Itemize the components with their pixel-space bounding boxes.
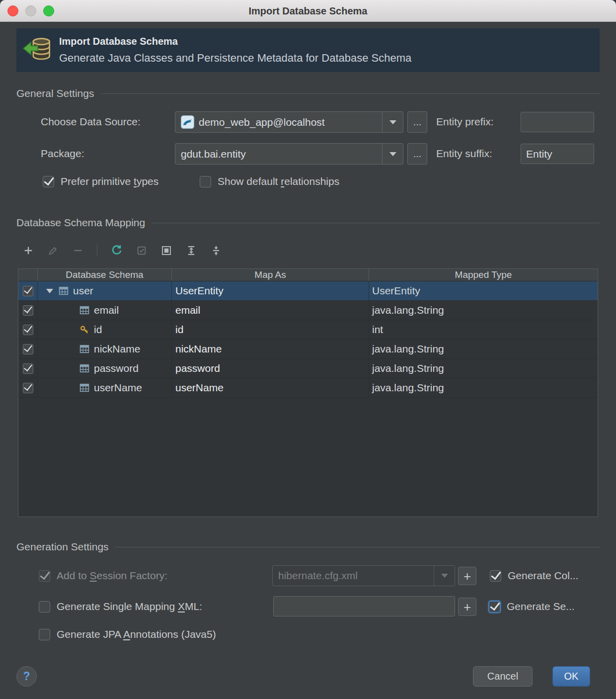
add-icon[interactable] bbox=[20, 242, 36, 259]
schema-name: userName bbox=[94, 382, 142, 394]
traffic-lights bbox=[7, 5, 54, 16]
dialog-banner: Import Database Schema Generate Java Cla… bbox=[16, 28, 600, 72]
data-source-value: demo_web_app@localhost bbox=[199, 116, 325, 128]
package-combobox[interactable]: gdut.bai.entity bbox=[175, 143, 403, 165]
row-select-checkbox[interactable] bbox=[18, 359, 38, 378]
map-as-cell[interactable]: userName bbox=[172, 378, 369, 397]
checkbox-box bbox=[489, 601, 500, 612]
row-select-checkbox[interactable] bbox=[18, 320, 38, 339]
map-as-value: nickName bbox=[172, 343, 222, 355]
schema-mapping-heading: Database Schema Mapping bbox=[16, 217, 145, 229]
data-source-browse-button[interactable]: ... bbox=[407, 111, 427, 133]
checkbox-column-header[interactable] bbox=[18, 269, 38, 281]
add-mapping-xml-button[interactable]: + bbox=[458, 598, 476, 616]
map-as-value: password bbox=[172, 362, 220, 374]
add-session-factory-file-button[interactable]: + bbox=[458, 567, 476, 585]
add-to-session-factory-checkbox: Add to Session Factory: bbox=[39, 570, 167, 582]
mapping-toolbar bbox=[20, 242, 224, 259]
show-default-relationships-checkbox[interactable]: Show default relationships bbox=[200, 175, 339, 187]
general-settings-section-header: General Settings bbox=[16, 87, 600, 99]
table-row-email[interactable]: email email java.lang.String bbox=[18, 301, 598, 320]
mapped-type-value: UserEntity bbox=[369, 285, 420, 297]
map-as-cell[interactable]: id bbox=[172, 320, 369, 339]
row-select-checkbox[interactable] bbox=[18, 281, 38, 300]
table-row-password[interactable]: password password java.lang.String bbox=[18, 359, 598, 378]
table-row-user[interactable]: user UserEntity UserEntity bbox=[18, 281, 598, 301]
entity-prefix-input[interactable] bbox=[521, 112, 594, 132]
mapped-type-cell[interactable]: java.lang.String bbox=[369, 359, 598, 378]
edit-icon[interactable] bbox=[45, 242, 61, 259]
minimize-button[interactable] bbox=[25, 5, 36, 16]
table-row-nickName[interactable]: nickName nickName java.lang.String bbox=[18, 340, 598, 359]
check-selected-icon[interactable] bbox=[133, 242, 150, 259]
mapped-type-cell[interactable]: UserEntity bbox=[369, 281, 598, 300]
cancel-button[interactable]: Cancel bbox=[473, 666, 533, 687]
collapse-all-icon[interactable] bbox=[208, 242, 224, 259]
add-to-session-factory-label: Add to Session Factory: bbox=[57, 570, 167, 582]
expand-all-icon[interactable] bbox=[183, 242, 199, 259]
generate-single-mapping-xml-checkbox[interactable]: Generate Single Mapping XML: bbox=[39, 601, 202, 612]
entity-suffix-input[interactable] bbox=[521, 144, 594, 164]
banner-title: Import Database Schema bbox=[59, 36, 411, 47]
column-header-database-schema[interactable]: Database Schema bbox=[38, 269, 172, 281]
mapped-type-value: int bbox=[369, 324, 383, 336]
map-as-cell[interactable]: email bbox=[172, 301, 369, 320]
generate-se-checkbox[interactable]: Generate Se... bbox=[489, 601, 575, 612]
generate-column-checkbox[interactable]: Generate Col... bbox=[490, 570, 578, 582]
package-browse-button[interactable]: ... bbox=[407, 143, 427, 165]
column-header-mapped-type[interactable]: Mapped Type bbox=[369, 269, 598, 281]
refresh-mapping-icon[interactable] bbox=[108, 242, 125, 259]
section-divider bbox=[100, 93, 600, 94]
checkbox-box bbox=[23, 286, 33, 296]
collapse-arrow-icon[interactable] bbox=[41, 289, 59, 293]
import-database-schema-dialog: Import Database Schema Import Database S… bbox=[0, 0, 616, 699]
column-icon bbox=[79, 344, 89, 354]
column-icon bbox=[79, 383, 89, 393]
table-row-id[interactable]: id id int bbox=[18, 320, 598, 340]
generate-jpa-annotations-label: Generate JPA Annotations (Java5) bbox=[57, 628, 216, 640]
mapped-type-cell[interactable]: java.lang.String bbox=[369, 378, 598, 397]
data-source-combobox[interactable]: demo_web_app@localhost bbox=[175, 111, 403, 133]
table-row-userName[interactable]: userName userName java.lang.String bbox=[18, 378, 598, 398]
prefer-primitive-types-checkbox[interactable]: Prefer primitive types bbox=[43, 175, 158, 187]
single-mapping-xml-input[interactable] bbox=[273, 596, 455, 616]
checkbox-box bbox=[23, 305, 33, 316]
titlebar[interactable]: Import Database Schema bbox=[0, 0, 616, 22]
section-divider bbox=[152, 223, 600, 223]
schema-name: user bbox=[73, 285, 93, 297]
schema-cell: userName bbox=[38, 378, 172, 397]
generate-single-mapping-xml-label: Generate Single Mapping XML: bbox=[57, 601, 202, 612]
map-as-cell[interactable]: nickName bbox=[172, 340, 369, 358]
mapped-type-cell[interactable]: java.lang.String bbox=[369, 340, 598, 358]
row-select-checkbox[interactable] bbox=[18, 340, 38, 358]
key-icon bbox=[79, 325, 89, 335]
row-select-checkbox[interactable] bbox=[18, 301, 38, 320]
session-factory-combobox: hibernate.cfg.xml bbox=[272, 565, 455, 586]
row-select-checkbox[interactable] bbox=[18, 378, 38, 397]
zoom-button[interactable] bbox=[43, 5, 54, 16]
checkbox-box bbox=[23, 344, 33, 354]
checkbox-box bbox=[39, 629, 50, 640]
mapped-type-cell[interactable]: int bbox=[369, 320, 598, 339]
ok-button[interactable]: OK bbox=[552, 666, 590, 687]
close-button[interactable] bbox=[7, 5, 18, 16]
help-button[interactable]: ? bbox=[16, 666, 37, 687]
map-as-value: UserEntity bbox=[172, 285, 224, 297]
mapped-type-cell[interactable]: java.lang.String bbox=[369, 301, 598, 320]
schema-cell: user bbox=[38, 281, 172, 300]
map-as-cell[interactable]: password bbox=[172, 359, 369, 378]
dropdown-arrow-icon[interactable] bbox=[382, 144, 403, 164]
select-mapped-icon[interactable] bbox=[158, 242, 174, 259]
map-as-cell[interactable]: UserEntity bbox=[172, 281, 369, 300]
schema-cell: email bbox=[38, 301, 172, 320]
dropdown-arrow-icon[interactable] bbox=[382, 112, 403, 132]
checkbox-box bbox=[23, 383, 33, 393]
generate-jpa-annotations-checkbox[interactable]: Generate JPA Annotations (Java5) bbox=[39, 628, 216, 640]
remove-icon[interactable] bbox=[70, 242, 86, 259]
column-header-map-as[interactable]: Map As bbox=[172, 269, 369, 281]
package-value: gdut.bai.entity bbox=[181, 148, 246, 160]
mapped-type-value: java.lang.String bbox=[369, 304, 444, 316]
banner-text: Import Database Schema Generate Java Cla… bbox=[59, 36, 411, 65]
column-icon bbox=[79, 305, 89, 315]
column-icon bbox=[79, 363, 89, 373]
